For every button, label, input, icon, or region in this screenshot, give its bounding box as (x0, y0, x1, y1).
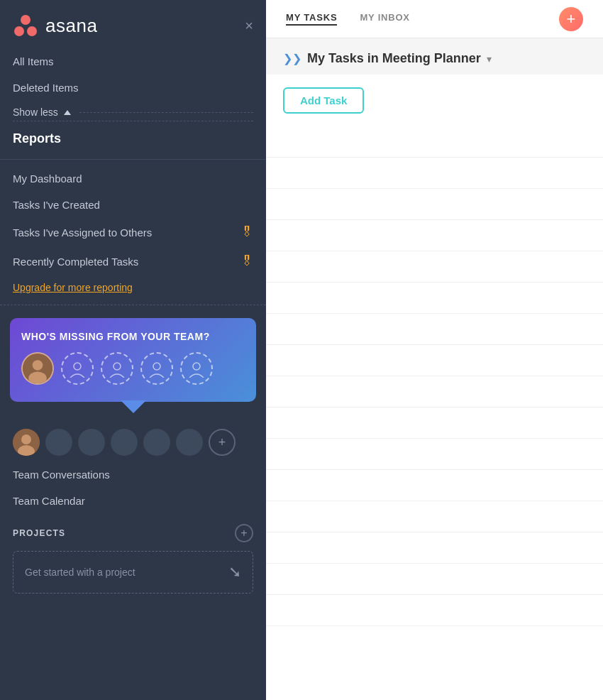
tasks-title-chevron-icon: ▾ (487, 53, 492, 65)
add-project-button[interactable]: + (235, 524, 253, 542)
get-started-text: Get started with a project (25, 567, 135, 578)
table-row[interactable] (266, 283, 603, 314)
ribbon-badge-1: 🎖 (240, 225, 253, 240)
tab-my-inbox[interactable]: MY INBOX (360, 12, 409, 26)
sidebar-item-my-dashboard[interactable]: My Dashboard (13, 165, 253, 192)
add-member-button[interactable]: + (209, 429, 236, 456)
header-tabs: MY TASKS MY INBOX (286, 12, 410, 26)
main-header: MY TASKS MY INBOX + (266, 0, 603, 38)
person-icon-3 (148, 359, 166, 378)
show-less-button[interactable]: Show less (13, 101, 253, 121)
member-avatar-1 (13, 429, 40, 456)
avatar-placeholder-1 (61, 352, 94, 385)
table-row[interactable] (266, 376, 603, 408)
close-sidebar-button[interactable]: × (245, 18, 253, 34)
reports-nav: My Dashboard Tasks I've Created Tasks I'… (0, 165, 266, 276)
table-row[interactable] (266, 345, 603, 376)
member-avatar-3 (78, 429, 105, 456)
table-row[interactable] (266, 595, 603, 626)
table-row[interactable] (266, 470, 603, 501)
table-row[interactable] (266, 501, 603, 532)
sidebar-item-recently-completed[interactable]: Recently Completed Tasks 🎖 (13, 247, 253, 276)
person-icon-4 (187, 359, 206, 378)
svg-point-7 (114, 363, 121, 370)
avatar-real (21, 352, 54, 385)
sidebar-item-deleted-items[interactable]: Deleted Items (13, 75, 253, 101)
logo-text: asana (45, 15, 97, 37)
svg-point-8 (153, 363, 160, 370)
team-promo-title: WHO'S MISSING FROM YOUR TEAM? (21, 331, 245, 342)
projects-label: PROJECTS (13, 528, 65, 538)
collapse-icon (64, 110, 71, 115)
svg-point-0 (21, 15, 31, 25)
arrow-icon: ➘ (228, 563, 241, 581)
reports-section-header: Reports (0, 121, 266, 153)
svg-point-2 (27, 26, 37, 36)
sidebar-item-team-conversations[interactable]: Team Conversations (13, 461, 253, 488)
table-row[interactable] (266, 439, 603, 470)
table-row[interactable] (266, 314, 603, 345)
table-row[interactable] (266, 251, 603, 283)
task-list-container: Add Task (266, 75, 603, 700)
table-row[interactable] (266, 220, 603, 251)
add-task-button[interactable]: Add Task (283, 87, 364, 114)
team-avatars (21, 352, 245, 385)
main-content: MY TASKS MY INBOX + ❯❯ My Tasks in Meeti… (266, 0, 603, 700)
divider (0, 159, 266, 160)
svg-point-5 (28, 372, 47, 385)
svg-point-11 (21, 434, 31, 444)
asana-logo-icon (13, 13, 38, 38)
tasks-title-arrow-icon: ❯❯ (283, 52, 302, 65)
sidebar-item-team-calendar[interactable]: Team Calendar (13, 488, 253, 514)
sidebar: asana × All Items Deleted Items Show les… (0, 0, 266, 700)
upgrade-link[interactable]: Upgrade for more reporting (0, 276, 266, 305)
table-row[interactable] (266, 532, 603, 564)
member-avatar-6 (176, 429, 203, 456)
person-icon-2 (108, 359, 126, 378)
member-avatar-5 (143, 429, 170, 456)
member-avatar-4 (111, 429, 138, 456)
get-started-box[interactable]: Get started with a project ➘ (13, 551, 253, 594)
tab-my-tasks[interactable]: MY TASKS (286, 12, 337, 26)
person-icon-1 (68, 359, 87, 378)
logo-area: asana (13, 13, 97, 38)
avatar-placeholder-2 (101, 352, 133, 385)
sidebar-header: asana × (0, 0, 266, 48)
avatar-placeholder-4 (180, 352, 213, 385)
projects-header: PROJECTS + (0, 514, 266, 549)
team-promo-card: WHO'S MISSING FROM YOUR TEAM? (10, 318, 256, 402)
ribbon-badge-2: 🎖 (240, 254, 253, 269)
table-row[interactable] (266, 126, 603, 158)
svg-point-4 (33, 360, 43, 371)
member-photo-icon (13, 429, 40, 456)
sidebar-item-all-items[interactable]: All Items (13, 48, 253, 75)
sidebar-nav-top: All Items Deleted Items Show less (0, 48, 266, 121)
add-button[interactable]: + (559, 7, 583, 31)
sidebar-item-tasks-created[interactable]: Tasks I've Created (13, 192, 253, 218)
user-avatar-icon (23, 352, 52, 385)
svg-point-6 (74, 363, 81, 370)
avatar-placeholder-3 (140, 352, 173, 385)
team-nav: Team Conversations Team Calendar (0, 461, 266, 514)
svg-point-1 (14, 26, 24, 36)
tasks-area: ❯❯ My Tasks in Meeting Planner ▾ Add Tas… (266, 38, 603, 700)
table-row[interactable] (266, 564, 603, 595)
table-row[interactable] (266, 158, 603, 189)
add-task-bar: Add Task (266, 75, 603, 126)
table-row[interactable] (266, 408, 603, 439)
tasks-title-bar: ❯❯ My Tasks in Meeting Planner ▾ (266, 38, 603, 75)
svg-point-9 (193, 363, 200, 370)
tasks-title: My Tasks in Meeting Planner (307, 51, 481, 66)
member-avatar-2 (45, 429, 72, 456)
sidebar-item-tasks-assigned[interactable]: Tasks I've Assigned to Others 🎖 (13, 218, 253, 247)
table-row[interactable] (266, 189, 603, 220)
